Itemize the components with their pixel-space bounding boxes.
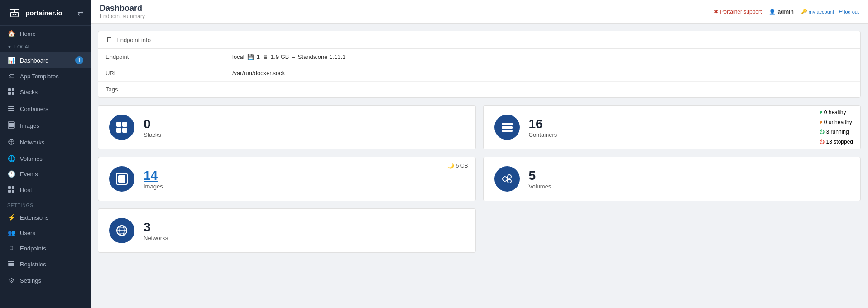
stacks-card[interactable]: 0 Stacks — [98, 105, 476, 149]
endpoint-arrow-icon: ▼ — [7, 44, 12, 49]
stacks-icon — [7, 88, 15, 96]
sidebar-item-users[interactable]: 👥 Users — [0, 225, 91, 241]
my-account-label: my account — [809, 9, 834, 14]
portainer-support-link[interactable]: ✖ Portainer support — [714, 9, 762, 15]
sidebar-item-images[interactable]: Images — [0, 117, 91, 134]
unhealthy-icon: ♥ — [819, 119, 822, 125]
sidebar-item-stacks[interactable]: Stacks — [0, 84, 91, 101]
svg-rect-8 — [12, 92, 14, 95]
svg-rect-11 — [8, 110, 14, 111]
sidebar-item-app-templates-label: App Templates — [20, 73, 59, 80]
topbar-left: Dashboard Endpoint summary — [100, 4, 145, 19]
topbar: Dashboard Endpoint summary ✖ Portainer s… — [91, 0, 868, 24]
endpoint-mem-size: 1.9 GB — [271, 53, 289, 60]
sidebar-item-home-label: Home — [20, 30, 36, 37]
dashboard-badge: 1 — [75, 56, 83, 64]
images-label: Images — [144, 183, 163, 190]
admin-badge: 👤 admin — [769, 9, 793, 15]
sidebar-item-images-label: Images — [20, 122, 39, 129]
extensions-icon: ⚡ — [7, 214, 15, 221]
stacks-card-icon — [109, 115, 134, 140]
tags-field-label: Tags — [106, 86, 232, 93]
unhealthy-status: ♥ 0 unhealthy — [819, 117, 853, 127]
dashboard-cards-grid: 0 Stacks 16 Containers — [98, 105, 861, 253]
svg-rect-9 — [8, 106, 14, 107]
logout-icon: ↩ — [839, 9, 843, 14]
sidebar-item-volumes[interactable]: 🌐 Volumes — [0, 151, 91, 166]
svg-rect-10 — [8, 108, 14, 109]
sidebar-item-host-label: Host — [20, 187, 32, 193]
endpoint-cpu-icon: 💾 — [247, 54, 254, 60]
endpoint-name: local — [232, 53, 245, 60]
volumes-icon: 🌐 — [7, 155, 15, 162]
images-count-link[interactable]: 14 — [144, 168, 158, 183]
networks-card[interactable]: 3 Networks — [98, 208, 476, 253]
volumes-card-icon — [494, 166, 520, 192]
endpoint-mem-icon: 🖥 — [263, 54, 268, 60]
endpoint-cpu-count: 1 — [257, 53, 260, 60]
url-field-label: URL — [106, 70, 232, 77]
svg-rect-2 — [11, 12, 19, 17]
networks-label: Networks — [144, 235, 168, 241]
images-card[interactable]: 14 Images 🌙 5 CB — [98, 157, 476, 201]
volumes-card[interactable]: 5 Volumes — [483, 157, 861, 201]
containers-card-info: 16 Containers — [529, 117, 557, 138]
svg-rect-27 — [122, 128, 127, 133]
endpoint-info-header: 🖥 Endpoint info — [98, 31, 860, 49]
images-card-info: 14 Images — [144, 168, 163, 190]
dashboard-icon: 📊 — [7, 57, 15, 64]
sidebar-item-events-label: Events — [20, 171, 38, 178]
log-out-link[interactable]: ↩ log out — [839, 9, 859, 14]
containers-card[interactable]: 16 Containers ♥ 0 healthy ♥ 0 unhealthy … — [483, 105, 861, 149]
sidebar-item-extensions[interactable]: ⚡ Extensions — [0, 210, 91, 225]
endpoint-field-label: Endpoint — [106, 53, 232, 60]
sidebar-item-host[interactable]: Host — [0, 182, 91, 198]
containers-card-icon — [494, 115, 520, 140]
sidebar-item-dashboard-label: Dashboard — [20, 57, 49, 64]
healthy-status: ♥ 0 healthy — [819, 108, 853, 118]
sidebar-item-app-templates[interactable]: 🏷 App Templates — [0, 68, 91, 84]
disk-icon: 🌙 — [447, 163, 454, 169]
main-content: Dashboard Endpoint summary ✖ Portainer s… — [91, 0, 868, 308]
admin-label: admin — [777, 9, 793, 15]
my-account-link[interactable]: 🔑 my account — [801, 9, 834, 14]
svg-rect-20 — [12, 190, 14, 192]
sidebar-item-home[interactable]: 🏠 Home — [0, 26, 91, 41]
sidebar-item-volumes-label: Volumes — [20, 155, 43, 162]
endpoint-info-body: Endpoint local 💾 1 🖥 1.9 GB – Standalone… — [98, 49, 860, 97]
svg-rect-17 — [8, 186, 11, 189]
sidebar-item-containers[interactable]: Containers — [0, 101, 91, 117]
sidebar-item-registries[interactable]: Registries — [0, 256, 91, 273]
url-field-value: /var/run/docker.sock — [232, 70, 285, 77]
svg-point-35 — [508, 179, 511, 183]
svg-rect-6 — [12, 88, 14, 91]
sidebar-toggle-icon[interactable]: ⇄ — [77, 9, 83, 17]
svg-rect-32 — [118, 175, 125, 183]
svg-rect-29 — [502, 126, 513, 129]
sidebar: portainer.io ⇄ 🏠 Home ▼ LOCAL 📊 Dashboar… — [0, 0, 91, 308]
content-area: 🖥 Endpoint info Endpoint local 💾 1 🖥 1.9… — [91, 24, 868, 308]
sidebar-item-dashboard[interactable]: 📊 Dashboard 1 — [0, 52, 91, 68]
svg-point-33 — [503, 177, 507, 181]
svg-rect-23 — [8, 265, 14, 266]
tags-row: Tags — [98, 82, 860, 97]
settings-section-label: SETTINGS — [0, 198, 91, 210]
containers-icon — [7, 105, 15, 113]
sidebar-item-events[interactable]: 🕐 Events — [0, 166, 91, 182]
logo-text: portainer.io — [25, 9, 62, 17]
sidebar-item-networks[interactable]: Networks — [0, 134, 91, 151]
user-actions: 🔑 my account ↩ log out — [801, 9, 859, 14]
svg-rect-28 — [502, 123, 513, 125]
svg-rect-4 — [15, 14, 17, 15]
page-subtitle: Endpoint summary — [100, 13, 145, 19]
settings-icon: ⚙ — [7, 277, 15, 284]
key-icon: 🔑 — [801, 9, 807, 14]
sidebar-item-endpoints[interactable]: 🖥 Endpoints — [0, 241, 91, 256]
svg-rect-30 — [502, 130, 513, 132]
sidebar-item-settings[interactable]: ⚙ Settings — [0, 273, 91, 288]
svg-point-34 — [508, 175, 511, 178]
containers-label: Containers — [529, 131, 557, 138]
svg-rect-25 — [122, 122, 127, 127]
endpoint-field-value: local 💾 1 🖥 1.9 GB – Standalone 1.13.1 — [232, 53, 345, 60]
support-link-text: Portainer support — [720, 9, 762, 15]
